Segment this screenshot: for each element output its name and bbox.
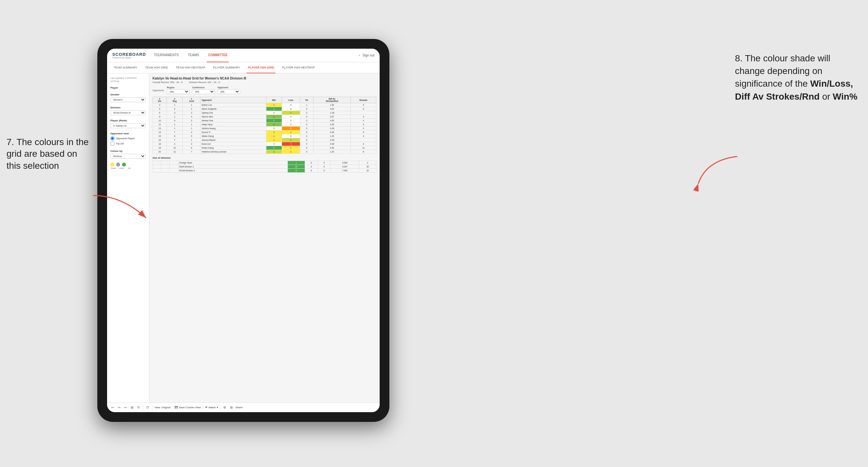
sidebar-player-section: Player xyxy=(110,86,146,89)
sidebar-gender-section: Gender Women's xyxy=(110,93,146,102)
sidebar-opponent-view-label: Opponent view xyxy=(110,132,146,135)
undo-button[interactable]: ↩ xyxy=(110,405,115,410)
table-row: 20 11 7 Federica Domecq Lacroze 2 1 0 1.… xyxy=(153,150,376,154)
cell-div: 13 xyxy=(153,127,167,130)
report-subtitle: Overall Record: 353 - 34 - 6 Division Re… xyxy=(153,81,376,84)
filter-opponent-select[interactable]: (All) xyxy=(217,89,240,94)
cell-conf: 6 xyxy=(183,146,200,150)
cell-tie: 0 xyxy=(300,150,313,154)
nav-user-icon: › xyxy=(359,54,360,57)
nav-tournaments[interactable]: TOURNAMENTS xyxy=(153,49,180,62)
ood-cell-win: 5 xyxy=(287,169,305,173)
filter-region-select[interactable]: (All) xyxy=(167,89,189,94)
cell-reg: 1 xyxy=(167,123,183,127)
ood-cell-loss: 0 xyxy=(305,161,318,165)
cell-div: 9 xyxy=(153,115,167,119)
cell-loss: 0 xyxy=(282,103,300,107)
ood-cell-tie: 0 xyxy=(318,161,331,165)
cell-loss: 0 xyxy=(282,119,300,123)
settings-btn[interactable]: ⚙ xyxy=(222,405,227,410)
overall-record-value: 353 - 34 - 6 xyxy=(170,81,182,84)
cell-tie: 0 xyxy=(300,142,313,146)
cell-tie: 0 xyxy=(300,130,313,134)
sidebar-radio-opponents-played[interactable]: Opponents Played xyxy=(110,136,146,141)
arrow-left xyxy=(89,191,154,224)
cell-diff: 1.25 xyxy=(313,134,351,138)
nav-committee[interactable]: COMMITTEE xyxy=(207,49,229,62)
sidebar-colour-by-select[interactable]: Win/loss xyxy=(110,154,146,159)
cell-win: 0 xyxy=(267,111,282,115)
sidebar-player-rank-label: Player (Rank) xyxy=(110,119,146,122)
ood-cell-name: NCAA Division 2 xyxy=(178,169,287,173)
ood-cell-diff: 9.267 xyxy=(331,165,359,169)
top100-label: Top 100 xyxy=(116,143,124,145)
cell-tie: 0 xyxy=(300,138,313,142)
filter-region: Region (All) xyxy=(167,86,189,94)
cell-conf: 3 xyxy=(183,111,200,115)
sub-nav-team-summary[interactable]: TEAM SUMMARY xyxy=(112,62,138,73)
division-record-label: Division Record: xyxy=(189,81,207,84)
sidebar-division-label: Division xyxy=(110,106,146,109)
ood-cell-loss: 0 xyxy=(305,169,318,173)
refresh-button[interactable]: ↻ xyxy=(136,405,141,410)
cell-loss: 3 xyxy=(282,142,300,146)
watch-btn[interactable]: 👁 Watch ▾ xyxy=(205,406,218,409)
logo-sub: Powered by clippd xyxy=(112,57,146,59)
cell-tie: 0 xyxy=(300,123,313,127)
cell-rounds xyxy=(350,138,376,142)
cell-rounds: 3 xyxy=(350,107,376,111)
ood-cell-rounds: 2 xyxy=(359,161,376,165)
sign-out-link[interactable]: Sign out xyxy=(363,54,374,57)
cell-rounds: 2 xyxy=(350,142,376,146)
redo-button[interactable]: ↪ xyxy=(117,405,121,410)
cell-div: 15 xyxy=(153,134,167,138)
sidebar-radio-group: Opponents Played Top 100 xyxy=(110,136,146,146)
cell-conf: 4 xyxy=(183,115,200,119)
toolbar-sep3 xyxy=(172,405,173,410)
sub-nav-team-h2h-heatmap[interactable]: TEAM H2H HEATMAP xyxy=(175,62,207,73)
sidebar-radio-top100[interactable]: Top 100 xyxy=(110,142,146,146)
cell-win: 2 xyxy=(267,130,282,134)
cell-div: 19 xyxy=(153,146,167,150)
sidebar-gender-select[interactable]: Women's xyxy=(110,97,146,102)
share-btn[interactable]: Share xyxy=(236,406,242,409)
cell-rounds: 6 xyxy=(350,150,376,154)
cell-reg: 6 xyxy=(167,119,183,123)
table-row: 10 6 3 Andrea York 2 0 0 4.00 4 xyxy=(153,119,376,123)
cell-reg: 7 xyxy=(167,130,183,134)
sidebar-player-rank-section: Player (Rank) 8. Katelyn Vo xyxy=(110,119,146,128)
filter-conference-select[interactable]: (All) xyxy=(192,89,215,94)
col-rounds: Rounds xyxy=(350,97,376,103)
cell-diff: -5.00 xyxy=(313,142,351,146)
sub-nav-player-h2h-heatmap[interactable]: PLAYER H2H HEATMAP xyxy=(281,62,316,73)
legend-label-down: Down xyxy=(110,167,117,169)
sidebar-timestamp: Last Updated: 27/03/202416:55:38 xyxy=(110,76,146,83)
cell-conf: 2 xyxy=(183,107,200,111)
sub-nav-player-summary[interactable]: PLAYER SUMMARY xyxy=(212,62,241,73)
sub-nav-team-h2h-grid[interactable]: TEAM H2H GRID xyxy=(144,62,169,73)
save-custom-btn[interactable]: 💾 Save Custom View xyxy=(175,406,200,409)
grid-btn[interactable]: ⊞ xyxy=(229,405,234,410)
cell-rounds: 9 xyxy=(350,130,376,134)
sidebar-player-rank-select[interactable]: 8. Katelyn Vo xyxy=(110,123,146,128)
annotation-left-text: 7. The colours in the grid are based on … xyxy=(6,137,89,171)
ood-table-row: Foreign Team 1 0 0 4.500 2 xyxy=(153,161,376,165)
table-row: 19 10 6 Emily Chang 4 1 0 0.30 11 xyxy=(153,146,376,150)
clock-button[interactable]: ⏱ xyxy=(145,405,150,410)
tablet-frame: SCOREBOARD Powered by clippd TOURNAMENTS… xyxy=(97,39,390,422)
toolbar-sep4 xyxy=(203,405,203,410)
cell-loss: 2 xyxy=(282,138,300,142)
nav-teams[interactable]: TEAMS xyxy=(187,49,200,62)
sidebar-division-select[interactable]: NCAA Division III xyxy=(110,110,146,115)
overall-record-label: Overall Record: xyxy=(153,81,169,84)
view-original-btn[interactable]: View: Original xyxy=(154,406,170,409)
sub-nav-player-h2h-grid[interactable]: PLAYER H2H GRID xyxy=(247,62,276,73)
table-row: 3 1 1 Esther Lee 1 0 1 1.50 4 xyxy=(153,103,376,107)
cell-diff: 4.00 xyxy=(313,119,351,123)
report-title: Katelyn Vo Head-to-Head Grid for Women's… xyxy=(153,76,376,80)
colour-legend-labels: Down Level Up xyxy=(110,167,146,169)
redo2-button[interactable]: ↩ xyxy=(123,405,128,410)
cell-rounds: 4 xyxy=(350,119,376,123)
copy-button[interactable]: ⊞ xyxy=(130,405,134,410)
cell-conf: 5 xyxy=(183,134,200,138)
